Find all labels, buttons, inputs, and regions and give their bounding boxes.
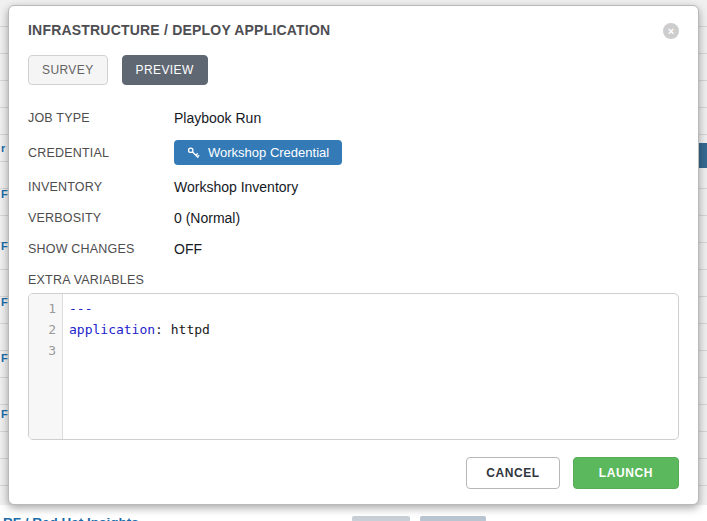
line-number: 2 [29, 319, 56, 340]
extra-variables-label: EXTRA VARIABLES [28, 273, 679, 287]
key-icon [187, 146, 200, 159]
detail-row-job-type: JOB TYPE Playbook Run [28, 109, 679, 126]
detail-row-show-changes: SHOW CHANGES OFF [28, 240, 679, 257]
editor-line-numbers: 1 2 3 [29, 294, 63, 439]
editor-code-area[interactable]: --- application: httpd [63, 294, 678, 439]
detail-row-verbosity: VERBOSITY 0 (Normal) [28, 209, 679, 226]
job-details-list: JOB TYPE Playbook Run CREDENTIAL Worksho… [28, 109, 679, 257]
detail-label: SHOW CHANGES [28, 242, 174, 256]
modal-title: INFRASTRUCTURE / DEPLOY APPLICATION [28, 22, 330, 38]
detail-label: JOB TYPE [28, 111, 174, 125]
background-text-fragment: F [1, 240, 8, 252]
tab-preview[interactable]: PREVIEW [122, 55, 208, 85]
code-line [69, 340, 678, 361]
background-link-fragment: RF / Red Hat Insights [3, 515, 139, 521]
background-ui-fragment [420, 516, 486, 521]
detail-row-credential: CREDENTIAL Workshop Credential [28, 140, 679, 165]
credential-badge[interactable]: Workshop Credential [174, 140, 342, 165]
background-ui-fragment [352, 516, 410, 521]
yaml-token: : [155, 322, 171, 337]
yaml-token: httpd [171, 322, 210, 337]
detail-label: CREDENTIAL [28, 146, 174, 160]
detail-label: VERBOSITY [28, 211, 174, 225]
detail-row-inventory: INVENTORY Workshop Inventory [28, 178, 679, 195]
line-number: 3 [29, 340, 56, 361]
detail-value: Playbook Run [174, 110, 261, 126]
code-line: application: httpd [69, 319, 678, 340]
detail-value: 0 (Normal) [174, 210, 240, 226]
deploy-application-preview-modal: INFRASTRUCTURE / DEPLOY APPLICATION × SU… [8, 5, 699, 505]
background-text-fragment: F [1, 296, 8, 308]
background-text-fragment: r [1, 142, 5, 154]
modal-header: INFRASTRUCTURE / DEPLOY APPLICATION × [28, 22, 679, 39]
credential-badge-label: Workshop Credential [208, 145, 329, 160]
extra-variables-editor: 1 2 3 --- application: httpd [28, 293, 679, 440]
background-text-fragment: F [1, 352, 8, 364]
background-text-fragment: F [1, 188, 8, 200]
detail-value: OFF [174, 241, 202, 257]
modal-footer: CANCEL LAUNCH [466, 457, 679, 489]
code-line: --- [69, 298, 678, 319]
detail-value: Workshop Inventory [174, 179, 298, 195]
background-badge-fragment [699, 143, 707, 168]
cancel-button[interactable]: CANCEL [466, 457, 560, 489]
background-text-fragment: F [1, 408, 8, 420]
detail-label: INVENTORY [28, 180, 174, 194]
modal-tabs: SURVEY PREVIEW [28, 55, 679, 85]
background-page-right-sliver [699, 0, 707, 521]
line-number: 1 [29, 298, 56, 319]
tab-survey[interactable]: SURVEY [28, 55, 108, 85]
close-icon[interactable]: × [663, 23, 679, 39]
launch-button[interactable]: LAUNCH [573, 457, 679, 489]
yaml-token: application [69, 322, 155, 337]
background-page-bottom-sliver: RF / Red Hat Insights [0, 505, 707, 521]
yaml-token: --- [69, 301, 92, 316]
